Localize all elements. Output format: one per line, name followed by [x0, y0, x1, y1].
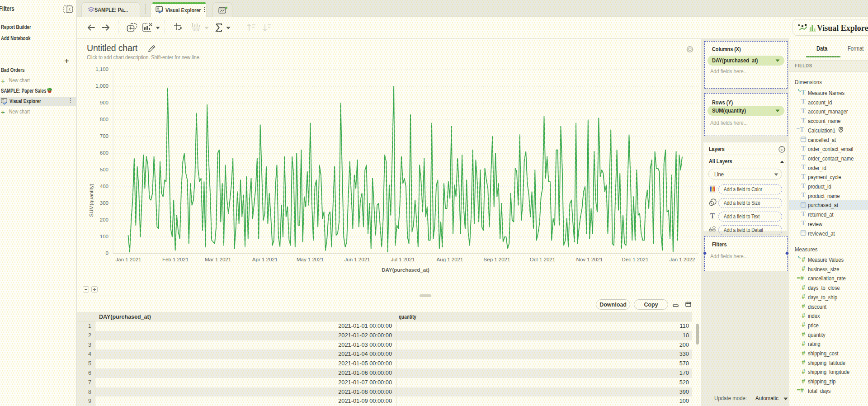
svg-text:a: a [710, 227, 712, 229]
